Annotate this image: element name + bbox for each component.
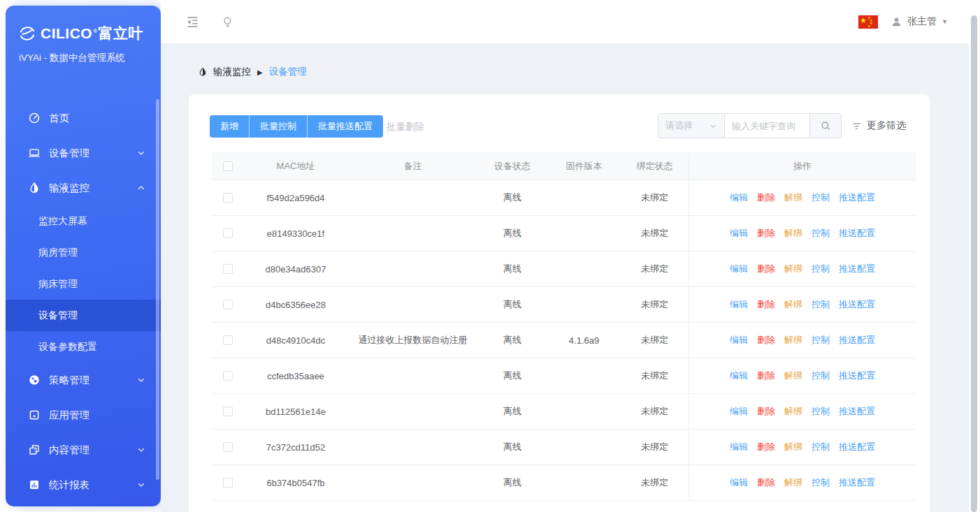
lightbulb-icon[interactable] (221, 15, 234, 29)
unbind-action[interactable]: 解绑 (784, 298, 802, 311)
submenu-item-监控大屏幕[interactable]: 监控大屏幕 (6, 205, 161, 237)
firmware-version (547, 394, 621, 429)
unbind-action[interactable]: 解绑 (784, 405, 802, 418)
row-checkbox[interactable] (223, 228, 233, 238)
bind-status: 未绑定 (621, 394, 689, 429)
unbind-action[interactable]: 解绑 (784, 370, 802, 382)
table-row: 7c372cd11d52离线未绑定编辑删除解绑控制推送配置 (212, 430, 916, 465)
delete-action[interactable]: 删除 (757, 191, 775, 204)
control-action[interactable]: 控制 (812, 441, 830, 453)
submenu-item-病房管理[interactable]: 病房管理 (6, 237, 161, 268)
magnifier-icon (820, 120, 831, 131)
sidebar-item-设备管理[interactable]: 设备管理 (6, 136, 161, 170)
sidebar-item-应用管理[interactable]: 应用管理 (6, 397, 161, 432)
firmware-version (547, 251, 621, 286)
submenu-item-病床管理[interactable]: 病床管理 (6, 268, 161, 300)
search-button[interactable] (809, 114, 841, 138)
delete-action[interactable]: 删除 (757, 441, 775, 453)
unbind-action[interactable]: 解绑 (784, 476, 802, 489)
delete-action[interactable]: 删除 (757, 405, 775, 418)
edit-action[interactable]: 编辑 (730, 227, 748, 240)
bulk-button-新增[interactable]: 新增 (210, 115, 249, 138)
unbind-action[interactable]: 解绑 (784, 441, 802, 453)
chevron-down-icon: ▼ (942, 18, 948, 25)
keyword-search-input[interactable] (725, 114, 809, 138)
control-action[interactable]: 控制 (812, 334, 830, 346)
control-action[interactable]: 控制 (812, 191, 830, 204)
content-icon (28, 444, 41, 456)
control-action[interactable]: 控制 (812, 298, 830, 311)
table-header: MAC地址备注设备状态固件版本绑定状态操作 (212, 152, 916, 180)
device-table-card: 新增批量控制批量推送配置 批量删除 请选择 更多筛选 MAC地址备注设备状态固件… (189, 94, 930, 512)
submenu-item-设备参数配置[interactable]: 设备参数配置 (6, 331, 161, 363)
page-scrollbar-thumb[interactable] (971, 15, 977, 512)
delete-action[interactable]: 删除 (757, 263, 775, 275)
select-all-checkbox[interactable] (223, 161, 233, 171)
row-checkbox[interactable] (223, 478, 233, 488)
submenu: 监控大屏幕病房管理病床管理设备管理设备参数配置 (6, 205, 161, 363)
delete-action[interactable]: 删除 (757, 476, 775, 489)
device-status: 离线 (477, 323, 547, 358)
edit-action[interactable]: 编辑 (730, 334, 748, 346)
topbar: ★ ★ ★ ★ ★ 张主管 ▼ (161, 0, 969, 43)
unbind-action[interactable]: 解绑 (784, 227, 802, 240)
push-config-action[interactable]: 推送配置 (839, 334, 875, 346)
language-flag-icon[interactable]: ★ ★ ★ ★ ★ (858, 15, 878, 29)
push-config-action[interactable]: 推送配置 (839, 476, 875, 489)
breadcrumb-current[interactable]: 设备管理 (269, 66, 307, 78)
edit-action[interactable]: 编辑 (730, 476, 748, 489)
row-checkbox[interactable] (223, 442, 233, 452)
delete-action[interactable]: 删除 (757, 227, 775, 240)
bulk-button-批量控制[interactable]: 批量控制 (249, 115, 307, 138)
bulk-delete-button[interactable]: 批量删除 (387, 121, 424, 133)
push-config-action[interactable]: 推送配置 (839, 298, 875, 311)
control-action[interactable]: 控制 (812, 405, 830, 418)
edit-action[interactable]: 编辑 (730, 191, 748, 204)
delete-action[interactable]: 删除 (757, 298, 775, 311)
table-row: e8149330ce1f离线未绑定编辑删除解绑控制推送配置 (212, 216, 916, 251)
edit-action[interactable]: 编辑 (730, 405, 748, 418)
row-checkbox-cell (212, 430, 243, 465)
search-field-select[interactable]: 请选择 (658, 114, 725, 138)
submenu-item-设备管理[interactable]: 设备管理 (6, 300, 161, 331)
delete-action[interactable]: 删除 (757, 334, 775, 346)
chevron-down-icon (137, 481, 145, 489)
control-action[interactable]: 控制 (812, 370, 830, 382)
push-config-action[interactable]: 推送配置 (839, 227, 875, 240)
sidebar-item-输液监控[interactable]: 输液监控 (6, 170, 161, 205)
sidebar-item-内容管理[interactable]: 内容管理 (6, 432, 161, 467)
control-action[interactable]: 控制 (812, 476, 830, 489)
firmware-version (547, 287, 621, 322)
row-checkbox[interactable] (223, 264, 233, 274)
collapse-sidebar-icon[interactable] (185, 15, 200, 29)
unbind-action[interactable]: 解绑 (784, 263, 802, 275)
edit-action[interactable]: 编辑 (730, 441, 748, 453)
delete-action[interactable]: 删除 (757, 370, 775, 382)
user-menu[interactable]: 张主管 ▼ (891, 15, 948, 28)
control-action[interactable]: 控制 (812, 227, 830, 240)
edit-action[interactable]: 编辑 (730, 298, 748, 311)
push-config-action[interactable]: 推送配置 (839, 370, 875, 382)
bulk-button-批量推送配置[interactable]: 批量推送配置 (307, 115, 383, 138)
edit-action[interactable]: 编辑 (730, 370, 748, 382)
sidebar-item-策略管理[interactable]: 策略管理 (6, 363, 161, 397)
row-checkbox[interactable] (223, 300, 233, 309)
row-checkbox[interactable] (223, 193, 233, 203)
control-action[interactable]: 控制 (812, 263, 830, 275)
edit-action[interactable]: 编辑 (730, 263, 748, 275)
row-checkbox[interactable] (223, 371, 233, 381)
push-config-action[interactable]: 推送配置 (839, 405, 875, 418)
unbind-action[interactable]: 解绑 (784, 334, 802, 346)
row-checkbox[interactable] (223, 335, 233, 345)
push-config-action[interactable]: 推送配置 (839, 263, 875, 275)
unbind-action[interactable]: 解绑 (784, 191, 802, 204)
sidebar-item-首页[interactable]: 首页 (6, 101, 161, 136)
push-config-action[interactable]: 推送配置 (839, 441, 875, 453)
row-checkbox[interactable] (223, 407, 233, 416)
sidebar-item-统计报表[interactable]: 统计报表 (6, 467, 161, 502)
breadcrumb-parent: 输液监控 (213, 66, 251, 78)
mac-address: d80e34ad6307 (243, 251, 348, 286)
push-config-action[interactable]: 推送配置 (839, 191, 875, 204)
sidebar-scrollbar[interactable] (156, 99, 159, 480)
more-filters-button[interactable]: 更多筛选 (851, 119, 906, 132)
